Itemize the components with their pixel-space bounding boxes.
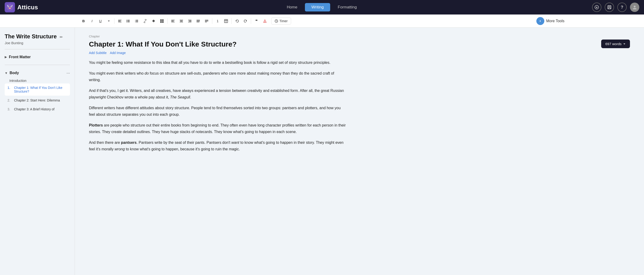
svg-rect-40: [196, 22, 200, 22]
download-icon-btn[interactable]: [592, 2, 602, 12]
grid-btn[interactable]: [158, 17, 166, 25]
sidebar-divider-2: [5, 65, 70, 65]
word-count-value: 697 words: [606, 42, 622, 46]
help-icon-btn[interactable]: ?: [617, 2, 627, 12]
nav-tab-home[interactable]: Home: [280, 3, 304, 11]
svg-rect-28: [162, 21, 164, 23]
svg-rect-26: [162, 19, 164, 21]
body-label: Body: [10, 71, 19, 75]
chapter-item-1[interactable]: 1. Chapter 1: What If You Don't Like Str…: [5, 83, 70, 96]
underline-btn[interactable]: U: [96, 17, 104, 25]
chapter-item-3[interactable]: 3. Chapter 3: A Brief History of: [5, 105, 70, 113]
svg-rect-8: [608, 8, 610, 9]
svg-rect-20: [136, 20, 138, 20]
undo-btn[interactable]: [233, 17, 241, 25]
align-justify-btn[interactable]: [194, 17, 202, 25]
word-count-btn[interactable]: 697 words: [601, 39, 630, 48]
app-logo-icon: [5, 2, 15, 12]
alert-btn[interactable]: [261, 17, 269, 25]
svg-point-9: [634, 5, 636, 7]
add-subtitle-link[interactable]: Add Subtitle: [89, 51, 107, 55]
book-title: The Write Structure: [5, 33, 57, 39]
svg-point-13: [126, 20, 127, 20]
toolbar-sep-4: [232, 18, 232, 24]
app-name: Atticus: [17, 4, 38, 11]
formatting-toolbar: B I U 1.2.3. ✱ 1 ❝: [0, 14, 644, 27]
svg-point-5: [9, 7, 11, 9]
align-bottom-btn[interactable]: [203, 17, 210, 25]
svg-rect-14: [128, 20, 130, 20]
align-right-btn[interactable]: [186, 17, 194, 25]
bold-btn[interactable]: B: [80, 17, 88, 25]
link-btn[interactable]: [141, 17, 149, 25]
italic-btn[interactable]: I: [88, 17, 96, 25]
subtitle-image-row: Add Subtitle Add Image: [89, 51, 630, 55]
redo-btn[interactable]: [242, 17, 250, 25]
svg-rect-37: [188, 22, 192, 22]
nav-tab-formatting[interactable]: Formatting: [331, 3, 363, 11]
main-layout: The Write Structure ✏ Joe Bunting ▶ Fron…: [0, 27, 644, 275]
paragraph-4: Different writers have different attitud…: [89, 105, 346, 118]
paragraph-1: You might be feeling some resistance to …: [89, 59, 346, 66]
asterisk-btn[interactable]: ✱: [150, 17, 158, 25]
svg-rect-25: [160, 19, 162, 21]
bullet-list-btn[interactable]: [124, 17, 132, 25]
book-author: Joe Bunting: [5, 41, 70, 45]
chapter-heading[interactable]: Chapter 1: What If You Don't Like Struct…: [89, 39, 236, 49]
paragraph-5: Plotters are people who structure out th…: [89, 122, 346, 135]
svg-rect-35: [188, 20, 192, 20]
front-matter-chevron: ▶: [5, 55, 7, 59]
svg-point-17: [126, 21, 127, 22]
chapter-label: Chapter: [89, 35, 630, 38]
paragraph-3: And if that's you, I get it. Writers, an…: [89, 87, 346, 101]
svg-rect-30: [171, 21, 174, 21]
book-title-area: The Write Structure ✏ Joe Bunting: [5, 33, 70, 45]
top-navigation: Atticus Home Writing Formatting ?: [0, 0, 644, 14]
number1-btn[interactable]: 1: [214, 17, 222, 25]
svg-rect-38: [196, 20, 200, 20]
add-image-link[interactable]: Add Image: [110, 51, 126, 55]
nav-right: ?: [592, 2, 639, 12]
svg-rect-22: [136, 21, 138, 21]
front-matter-section[interactable]: ▶ Front Matter: [5, 53, 70, 60]
paragraph-6: And then there are pantsers. Pantsers wr…: [89, 139, 346, 152]
timer-label: Timer: [280, 19, 288, 23]
body-section[interactable]: ▼ Body ···: [5, 69, 70, 77]
save-icon-btn[interactable]: [605, 2, 614, 12]
numbered-list-btn[interactable]: 1.2.3.: [133, 17, 141, 25]
svg-rect-10: [118, 20, 122, 20]
more-tools-label: More Tools: [546, 19, 564, 23]
svg-rect-42: [205, 21, 208, 21]
timer-btn[interactable]: Timer: [271, 17, 291, 24]
toolbar-sep-2: [167, 18, 168, 24]
user-avatar-btn[interactable]: [630, 2, 639, 12]
nav-tab-writing[interactable]: Writing: [305, 3, 330, 11]
format-dropdown-btn[interactable]: [105, 17, 113, 25]
body-chevron: ▼: [5, 71, 8, 75]
svg-rect-36: [189, 21, 192, 21]
more-tools-toggle-btn[interactable]: [536, 17, 544, 25]
svg-rect-16: [128, 21, 130, 21]
svg-rect-11: [118, 21, 120, 21]
nav-tabs: Home Writing Formatting: [52, 3, 592, 11]
logo-area: Atticus: [5, 2, 52, 12]
more-tools-area: More Tools: [536, 17, 564, 25]
align-left2-btn[interactable]: [169, 17, 177, 25]
quote-btn[interactable]: ❝: [252, 17, 260, 25]
svg-rect-12: [118, 22, 122, 22]
body-text[interactable]: You might be feeling some resistance to …: [89, 59, 346, 152]
body-options-btn[interactable]: ···: [66, 71, 70, 75]
svg-rect-43: [205, 22, 207, 22]
svg-point-46: [265, 22, 265, 22]
align-left-btn[interactable]: [116, 17, 124, 25]
svg-rect-18: [128, 22, 130, 22]
chapter-item-2[interactable]: 2. Chapter 2: Start Here: Dilemma: [5, 96, 70, 104]
svg-rect-33: [180, 21, 182, 21]
align-center-btn[interactable]: [178, 17, 185, 25]
svg-point-0: [6, 4, 13, 11]
table-btn[interactable]: [222, 17, 230, 25]
edit-title-icon[interactable]: ✏: [60, 35, 63, 39]
toolbar-sep-3: [212, 18, 212, 24]
toolbar-sep-5: [251, 18, 251, 24]
svg-rect-31: [171, 22, 174, 22]
